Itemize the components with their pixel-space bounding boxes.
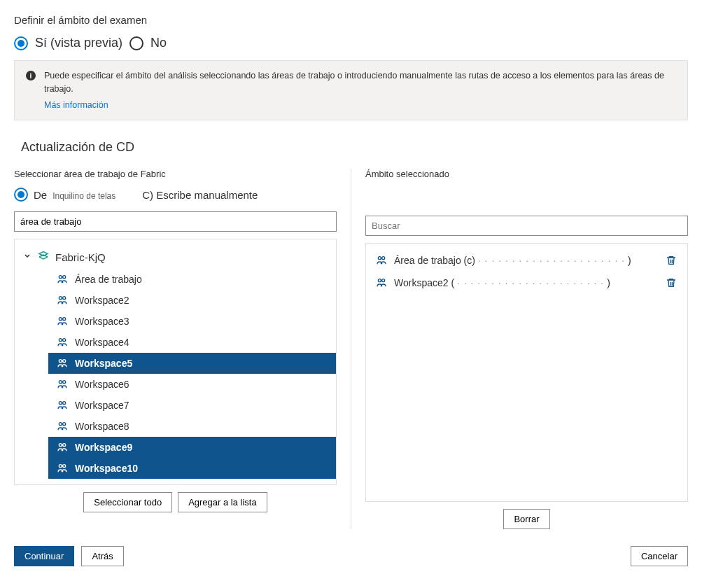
- svg-point-11: [63, 381, 66, 384]
- tree-root-label: Fabric-KjQ: [55, 251, 106, 263]
- workspace-icon: [57, 442, 68, 453]
- source-radio-group: De Inquilino de telas C) Escribe manualm…: [14, 188, 337, 202]
- tenant-label: Inquilino de telas: [52, 191, 115, 201]
- tenant-label-wrap: Inquilino de telas: [52, 189, 115, 201]
- workspace-item[interactable]: Workspace7: [48, 395, 336, 416]
- clear-button[interactable]: Borrar: [503, 509, 549, 529]
- workspace-icon: [57, 379, 68, 390]
- continue-button[interactable]: Continuar: [14, 546, 74, 566]
- svg-point-10: [59, 381, 62, 384]
- workspace-icon: [57, 463, 68, 474]
- svg-point-14: [59, 423, 62, 426]
- workspace-search-input[interactable]: [14, 211, 337, 232]
- svg-point-8: [59, 360, 62, 363]
- info-text-container: Puede especificar el ámbito del análisis…: [44, 69, 676, 111]
- radio-yes[interactable]: [14, 36, 28, 50]
- selected-search-input[interactable]: [365, 216, 688, 236]
- workspace-icon: [57, 274, 68, 285]
- svg-point-22: [378, 279, 381, 282]
- workspace-tree: Fabric-KjQ Área de trabajoWorkspace2Work…: [14, 239, 337, 485]
- radio-from-tenant[interactable]: [14, 188, 28, 202]
- selected-item-label: Workspace2 ( · · · · · · · · · · · · · ·…: [394, 277, 658, 288]
- workspace-item-label: Workspace10: [75, 463, 138, 474]
- workspace-icon: [57, 421, 68, 432]
- back-button[interactable]: Atrás: [81, 546, 123, 566]
- footer-left: Continuar Atrás: [14, 546, 124, 566]
- right-column: Ámbito seleccionado Área de trabajo (c) …: [351, 169, 688, 529]
- selected-scope-item: Área de trabajo (c) · · · · · · · · · · …: [366, 249, 687, 272]
- section-title: Actualización de CD: [14, 134, 688, 160]
- tree-children: Área de trabajoWorkspace2Workspace3Works…: [15, 269, 336, 479]
- add-to-list-button[interactable]: Agregar a la lista: [178, 492, 267, 512]
- workspace-item[interactable]: Workspace3: [48, 311, 336, 332]
- info-icon: i: [26, 71, 36, 80]
- svg-point-2: [59, 297, 62, 300]
- svg-point-23: [382, 279, 385, 282]
- workspace-item-label: Workspace3: [75, 316, 129, 327]
- workspace-item-label: Workspace4: [75, 337, 129, 348]
- svg-point-17: [63, 444, 66, 447]
- workspace-item[interactable]: Workspace8: [48, 416, 336, 437]
- workspace-item[interactable]: Workspace9: [48, 437, 336, 458]
- workspace-icon: [57, 337, 68, 348]
- info-text: Puede especificar el ámbito del análisis…: [44, 71, 664, 94]
- fabric-icon: [37, 251, 50, 263]
- svg-point-9: [63, 360, 66, 363]
- svg-point-15: [63, 423, 66, 426]
- right-subheading: Ámbito seleccionado: [365, 169, 688, 179]
- delete-icon[interactable]: [665, 276, 678, 289]
- svg-point-3: [63, 297, 66, 300]
- workspace-item-label: Workspace5: [75, 358, 132, 369]
- from-label: De: [34, 189, 47, 201]
- svg-point-12: [59, 402, 62, 405]
- workspace-item-label: Workspace6: [75, 379, 129, 390]
- svg-point-0: [59, 276, 62, 279]
- workspace-item-label: Workspace8: [75, 421, 129, 432]
- cancel-button[interactable]: Cancelar: [631, 546, 688, 566]
- workspace-item-label: Área de trabajo: [75, 274, 142, 285]
- radio-yes-dot: [17, 40, 24, 47]
- radio-from-tenant-dot: [17, 191, 24, 198]
- info-box: i Puede especificar el ámbito del anális…: [14, 60, 688, 120]
- workspace-item[interactable]: Workspace4: [48, 332, 336, 353]
- svg-point-18: [59, 465, 62, 468]
- delete-icon[interactable]: [665, 254, 678, 267]
- workspace-icon: [57, 295, 68, 306]
- page-title: Definir el ámbito del examen: [14, 14, 688, 26]
- footer-right: Cancelar: [631, 546, 688, 566]
- svg-point-4: [59, 318, 62, 321]
- footer-row: Continuar Atrás Cancelar: [14, 546, 688, 566]
- radio-yes-label: Sí (vista previa): [35, 36, 122, 50]
- workspace-item[interactable]: Workspace10: [48, 458, 336, 479]
- scope-radio-group: Sí (vista previa) No: [14, 36, 688, 50]
- svg-point-21: [382, 257, 385, 260]
- right-button-row: Borrar: [365, 509, 688, 529]
- manual-label: C) Escribe manualmente: [142, 189, 258, 201]
- left-button-row: Seleccionar todo Agregar a la lista: [14, 492, 337, 512]
- radio-no[interactable]: [129, 36, 143, 50]
- workspace-item[interactable]: Workspace5: [48, 353, 336, 374]
- svg-point-13: [63, 402, 66, 405]
- svg-point-5: [63, 318, 66, 321]
- svg-point-1: [63, 276, 66, 279]
- selected-scope-item: Workspace2 ( · · · · · · · · · · · · · ·…: [366, 272, 687, 294]
- chevron-down-icon: [23, 252, 31, 262]
- workspace-item[interactable]: Workspace2: [48, 290, 336, 311]
- workspace-item[interactable]: Workspace6: [48, 374, 336, 395]
- workspace-item-label: Workspace7: [75, 400, 129, 411]
- select-all-button[interactable]: Seleccionar todo: [83, 492, 172, 512]
- more-info-link[interactable]: Más información: [44, 99, 108, 112]
- workspace-icon: [57, 316, 68, 327]
- left-subheading: Seleccionar área de trabajo de Fabric: [14, 169, 337, 179]
- tree-root[interactable]: Fabric-KjQ: [15, 245, 336, 269]
- workspace-item[interactable]: Área de trabajo: [48, 269, 336, 290]
- workspace-icon: [57, 358, 68, 369]
- selected-scope-list: Área de trabajo (c) · · · · · · · · · · …: [365, 243, 688, 502]
- left-column: Seleccionar área de trabajo de Fabric De…: [14, 169, 351, 529]
- workspace-icon: [376, 255, 387, 266]
- selected-item-label: Área de trabajo (c) · · · · · · · · · · …: [394, 255, 658, 266]
- workspace-item-label: Workspace9: [75, 442, 132, 453]
- svg-point-16: [59, 444, 62, 447]
- workspace-icon: [57, 400, 68, 411]
- workspace-item-label: Workspace2: [75, 295, 129, 306]
